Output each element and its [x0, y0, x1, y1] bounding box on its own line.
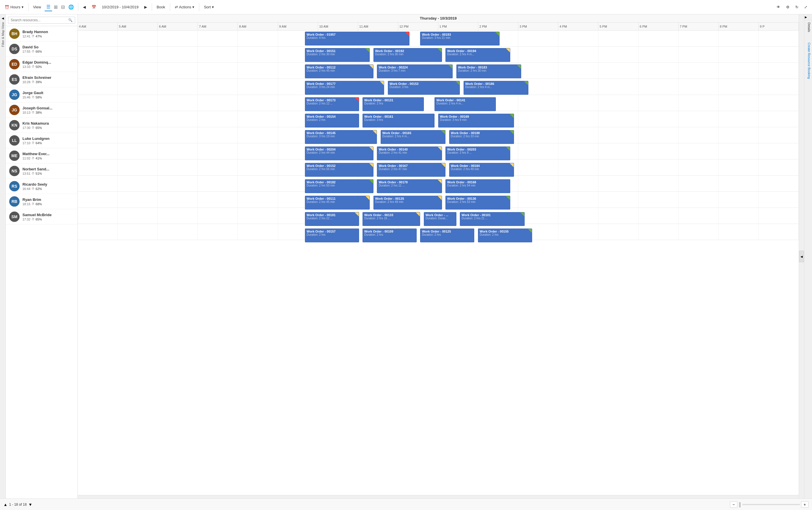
- gantt-body[interactable]: Work Order - 01957 Duration: 4 hrs Work …: [78, 31, 799, 495]
- filter-map-toggle[interactable]: ◀ Filter & Map View: [0, 14, 6, 499]
- grid-view-button[interactable]: ⊟: [59, 3, 66, 11]
- resource-item[interactable]: RB Ryan Brim 18:15 ⏱ 68%: [6, 194, 78, 209]
- work-order-block[interactable]: Work Order - 01957 Duration: 4 hrs: [305, 32, 409, 46]
- wo-duration: Duration: 2 hrs: [307, 118, 357, 121]
- resource-item[interactable]: ES Efrain Schreiner 10:28 ⏱ 39%: [6, 72, 78, 87]
- work-order-block[interactable]: Work Order - 00184 Duration: 2 hrs 49 mi…: [449, 163, 514, 177]
- work-order-block[interactable]: Work Order - 00141 Duration: 2 hrs 4 m..…: [435, 97, 496, 111]
- work-order-block[interactable]: Work Order - 00167 Duration: 2 hrs 47 mi…: [377, 163, 445, 177]
- search-icon: 🔍: [68, 18, 72, 22]
- list-view-button[interactable]: ☰: [45, 3, 52, 11]
- resource-item[interactable]: DS David So 17:55 ⏱ 66%: [6, 41, 78, 57]
- work-order-block[interactable]: Work Order - 00136 Duration: 2 hrs 53 mi…: [445, 196, 510, 210]
- resource-item[interactable]: ED Edgar Dominq... 13:33 ⏱ 50%: [6, 57, 78, 72]
- next-date-button[interactable]: ▶: [142, 4, 149, 10]
- calendar-button[interactable]: 📅: [89, 4, 98, 10]
- sort-button[interactable]: Sort ▾: [202, 4, 216, 10]
- gantt-right-toggle[interactable]: ◀: [799, 14, 804, 499]
- work-order-block[interactable]: Work Order - 00131 Duration: 2 hrs: [362, 97, 424, 111]
- wo-title: Work Order - 00178: [379, 180, 440, 184]
- prev-date-button[interactable]: ◀: [81, 4, 88, 10]
- fullscreen-button[interactable]: ⤢: [802, 4, 810, 10]
- resource-name: Brady Hannon: [23, 30, 74, 34]
- work-order-block[interactable]: Work Order - 00192 Duration: 2 hrs 30 mi…: [374, 48, 442, 62]
- work-order-block[interactable]: Work Order - 00173 Duration: 2 hrs 12 ..…: [305, 97, 359, 111]
- work-order-block[interactable]: Work Order - 00161 Duration: 3 hrs: [362, 114, 435, 127]
- wo-duration: Duration: 2 hrs 4 m...: [447, 53, 509, 56]
- work-order-block[interactable]: Work Order - 00140 Duration: 2 hrs 41 mi…: [377, 147, 442, 160]
- gantt-col: [78, 95, 118, 111]
- work-order-block[interactable]: Work Order - 00112 Duration: 2 hrs 45 mi…: [305, 64, 374, 78]
- work-order-block[interactable]: Work Order - 00168 Duration: 2 hrs 54 mi…: [445, 179, 510, 193]
- time-cell: 6 AM: [158, 23, 198, 30]
- work-order-block[interactable]: Work Order - 00186 Duration: 2 hrs 4 m..…: [464, 81, 528, 95]
- wo-duration: Duration: 2 hrs: [480, 233, 530, 236]
- resource-item[interactable]: JG Joseph Gonsal... 10:13 ⏱ 38%: [6, 102, 78, 118]
- work-order-block[interactable]: Work Order - 00154 Duration: 2 hrs: [305, 114, 359, 127]
- work-order-block[interactable]: Work Order - 00125 Duration: 2 hrs: [420, 229, 474, 242]
- work-order-block[interactable]: Work Order - 00169 Duration: 3 hrs 9 min: [438, 114, 514, 127]
- wo-duration: Duration: 2 hrs 12 ...: [307, 102, 357, 105]
- work-order-block[interactable]: Work Order - 00151 Duration: 2 hrs 30 mi…: [305, 48, 370, 62]
- work-order-block[interactable]: Work Order - 00135 Duration: 2 hrs 49 mi…: [374, 196, 442, 210]
- resource-item[interactable]: NS Norbert Sand... 13:51 ⏱ 51%: [6, 163, 78, 179]
- work-order-block[interactable]: Work Order - 00153 Duration: 3 hrs: [388, 81, 460, 95]
- resource-item[interactable]: ME Matthew Ever... 11:02 ⏱ 41%: [6, 148, 78, 163]
- work-order-block[interactable]: Work Order - 00178 Duration: 2 hrs 11 ..…: [377, 179, 442, 193]
- work-order-block[interactable]: Work Order - 00111 Duration: 2 hrs 45 mi…: [305, 196, 370, 210]
- work-order-block[interactable]: Work Order - 00193 Duration: 3 hrs 21 mi…: [420, 32, 499, 46]
- work-order-block[interactable]: Work Order - 00152 Duration: 2 hrs 56 mi…: [305, 163, 374, 177]
- work-order-block[interactable]: Work Order - ... Duration: Durat...: [424, 212, 456, 226]
- resource-item[interactable]: BH Brady Hannon 12:41 ⏱ 47%: [6, 26, 78, 41]
- search-input[interactable]: [11, 18, 68, 22]
- eye-button[interactable]: 👁: [774, 4, 783, 10]
- gantt-col: [78, 159, 118, 175]
- work-order-block[interactable]: Work Order - 00181 Duration: 2 hrs 22 ..…: [305, 212, 359, 226]
- settings-button[interactable]: ⚙: [784, 4, 792, 10]
- wo-duration: Duration: 3 hrs 24 min: [307, 86, 382, 89]
- avatar: BH: [9, 29, 20, 39]
- work-order-block[interactable]: Work Order - 00145 Duration: 3 hrs 19 mi…: [305, 130, 377, 144]
- resource-item[interactable]: KN Kris Nakamura 17:30 ⏱ 65%: [6, 118, 78, 133]
- expand-left-icon[interactable]: ◀: [799, 251, 804, 262]
- work-order-block[interactable]: Work Order - 00155 Duration: 2 hrs: [478, 229, 532, 242]
- work-order-block[interactable]: Work Order - 00109 Duration: 2 hrs: [362, 229, 417, 242]
- create-resource-booking[interactable]: Create Resource Booking: [804, 40, 812, 81]
- book-button[interactable]: Book: [154, 4, 168, 10]
- work-order-block[interactable]: Work Order - 00203 Duration: 2 hrs 9 ...: [445, 147, 510, 160]
- work-order-block[interactable]: Work Order - 00182 Duration: 2 hrs 50 mi…: [305, 179, 374, 193]
- work-order-block[interactable]: Work Order - 00183 Duration: 2 hrs 30 mi…: [456, 64, 521, 78]
- view-button[interactable]: View: [31, 4, 44, 10]
- resource-item[interactable]: RS Ricardo Seely 16:44 ⏱ 62%: [6, 179, 78, 194]
- search-wrapper[interactable]: 🔍: [8, 17, 75, 24]
- work-order-block[interactable]: Work Order - 00101 Duration: 2 hrs 21 ..…: [460, 212, 525, 226]
- globe-view-button[interactable]: 🌐: [66, 3, 76, 11]
- refresh-button[interactable]: ↻: [793, 4, 801, 10]
- zoom-out-button[interactable]: −: [730, 501, 737, 508]
- bar-view-button[interactable]: ⊞: [52, 3, 59, 11]
- gantt-col: [158, 159, 198, 175]
- gantt-col: [518, 192, 558, 208]
- resource-item[interactable]: SM Samuel McBride 17:32 ⏱ 65%: [6, 209, 78, 224]
- page-up-button[interactable]: ▲: [3, 502, 7, 507]
- page-down-button[interactable]: ▼: [29, 502, 32, 507]
- work-order-block[interactable]: Work Order - 00157 Duration: 2 hrs: [305, 229, 359, 242]
- work-order-block[interactable]: Work Order - 00165 Duration: 2 hrs 4 m..…: [381, 130, 445, 144]
- work-order-block[interactable]: Work Order - 00204 Duration: 2 hrs 44 mi…: [305, 147, 374, 160]
- work-order-block[interactable]: Work Order - 00177 Duration: 3 hrs 24 mi…: [305, 81, 384, 95]
- actions-button[interactable]: ⇄ Actions ▾: [172, 4, 197, 10]
- wo-duration: Duration: 3 hrs: [389, 86, 458, 89]
- work-order-block[interactable]: Work Order - 00188 Duration: 2 hrs 33 mi…: [449, 130, 514, 144]
- gantt-scroll-track[interactable]: [78, 495, 799, 499]
- work-order-block[interactable]: Work Order - 00133 Duration: 2 hrs 16 ..…: [362, 212, 420, 226]
- resource-item[interactable]: JG Jorge Gault 15:46 ⏱ 58%: [6, 87, 78, 102]
- wo-title: Work Order - 00141: [436, 98, 494, 102]
- resource-item[interactable]: LL Luke Lundgren 17:10 ⏱ 64%: [6, 133, 78, 148]
- gantt-col: [679, 63, 719, 79]
- work-order-block[interactable]: Work Order - 00194 Duration: 2 hrs 4 m..…: [445, 48, 510, 62]
- work-order-block[interactable]: Work Order - 00224 Duration: 3 hrs 7 min: [377, 64, 453, 78]
- details-label[interactable]: Details: [804, 20, 812, 34]
- zoom-in-button[interactable]: +: [801, 501, 809, 508]
- hours-button[interactable]: ⏰ Hours ▾: [2, 4, 26, 10]
- details-toggle[interactable]: ▶: [804, 14, 812, 20]
